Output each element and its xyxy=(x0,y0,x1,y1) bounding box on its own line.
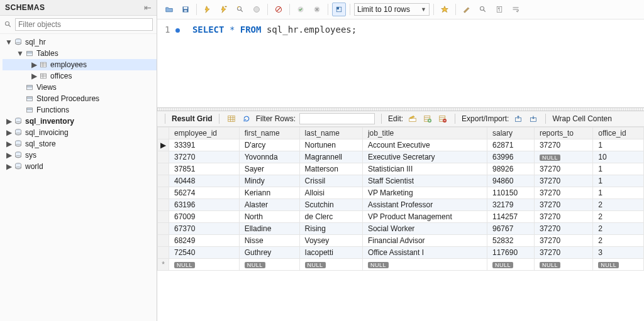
breakpoint-icon[interactable] xyxy=(175,28,180,33)
cell[interactable]: Elladine xyxy=(239,223,299,235)
tree-node-sql_hr-tables-employees[interactable]: ▶employees xyxy=(3,59,157,70)
cell[interactable]: Iacopetti xyxy=(299,247,362,259)
tree-node-sql_hr-fn[interactable]: Functions xyxy=(3,104,157,116)
results-grid[interactable]: employee_idfirst_namelast_namejob_titles… xyxy=(157,127,644,271)
cell[interactable]: 37270 xyxy=(534,175,592,187)
cell[interactable]: D'arcy xyxy=(239,139,299,151)
export-icon[interactable] xyxy=(513,113,524,124)
cell[interactable]: NULL xyxy=(534,259,592,271)
collapse-sidebar-icon[interactable]: ⇤ xyxy=(144,3,152,13)
cell[interactable]: 1 xyxy=(593,163,644,175)
cell[interactable]: 68249 xyxy=(169,235,240,247)
table-row[interactable]: 72540GuthreyIacopettiOffice Assistant I1… xyxy=(158,247,644,259)
cell[interactable]: 37270 xyxy=(534,163,592,175)
cell[interactable]: 63996 xyxy=(487,151,535,163)
cell[interactable]: 37270 xyxy=(534,223,592,235)
cell[interactable]: 37851 xyxy=(169,163,240,175)
row-marker[interactable] xyxy=(158,151,169,163)
col-employee_id[interactable]: employee_id xyxy=(169,128,240,139)
cell[interactable]: 1 xyxy=(593,187,644,199)
cell[interactable]: NULL xyxy=(239,259,299,271)
cell[interactable]: 96767 xyxy=(487,223,535,235)
execute-current-button[interactable] xyxy=(217,3,231,16)
cell[interactable]: 37270 xyxy=(534,187,592,199)
toggle-invisible-button[interactable]: ¶ xyxy=(492,3,506,16)
filter-rows-input[interactable] xyxy=(299,113,375,124)
cell[interactable]: 37270 xyxy=(169,151,240,163)
tree-node-world[interactable]: ▶world xyxy=(3,161,157,172)
cell[interactable]: NULL xyxy=(362,259,487,271)
table-row[interactable]: 67009Northde ClercVP Product Management1… xyxy=(158,211,644,223)
cell[interactable]: 2 xyxy=(593,199,644,211)
table-row[interactable]: 63196AlasterScutchinAssistant Professor3… xyxy=(158,199,644,211)
cell[interactable]: 1 xyxy=(593,175,644,187)
cell[interactable]: Guthrey xyxy=(239,247,299,259)
cell[interactable]: Alloisi xyxy=(299,187,362,199)
col-salary[interactable]: salary xyxy=(487,128,535,139)
cell[interactable]: 67009 xyxy=(169,211,240,223)
cell[interactable]: de Clerc xyxy=(299,211,362,223)
cell[interactable]: Mindy xyxy=(239,175,299,187)
tree-node-sql_hr-tables[interactable]: ▼Tables xyxy=(3,48,157,59)
tree-twisty-icon[interactable]: ▶ xyxy=(30,60,38,70)
cell[interactable]: NULL xyxy=(299,259,362,271)
row-marker[interactable] xyxy=(158,223,169,235)
stop-button[interactable] xyxy=(250,3,264,16)
tree-node-sql_invoicing[interactable]: ▶sql_invoicing xyxy=(3,127,157,138)
cell[interactable]: 40448 xyxy=(169,175,240,187)
edit-row-icon[interactable] xyxy=(407,113,418,124)
tree-twisty-icon[interactable]: ▶ xyxy=(5,116,13,126)
col-last_name[interactable]: last_name xyxy=(299,128,362,139)
cell[interactable]: Statistician III xyxy=(362,163,487,175)
table-row[interactable]: 68249NisseVoyseyFinancial Advisor5283237… xyxy=(158,235,644,247)
cell[interactable]: Account Executive xyxy=(362,139,487,151)
cell[interactable]: 33391 xyxy=(169,139,240,151)
find-button[interactable] xyxy=(476,3,490,16)
rollback-button[interactable] xyxy=(310,3,324,16)
table-row[interactable]: ▶33391D'arcyNortunenAccount Executive628… xyxy=(158,139,644,151)
import-icon[interactable] xyxy=(528,113,539,124)
row-limit-select[interactable]: Limit to 10 rows ▼ xyxy=(354,3,430,16)
cell[interactable]: Office Assistant I xyxy=(362,247,487,259)
cell[interactable]: Nisse xyxy=(239,235,299,247)
cell[interactable]: Voysey xyxy=(299,235,362,247)
col-office_id[interactable]: office_id xyxy=(593,128,644,139)
tree-node-sql_hr-views[interactable]: Views xyxy=(3,82,157,93)
row-marker[interactable]: ▶ xyxy=(158,139,169,151)
add-row-icon[interactable] xyxy=(422,113,433,124)
beautify-button[interactable] xyxy=(460,3,474,16)
col-first_name[interactable]: first_name xyxy=(239,128,299,139)
cell[interactable]: 37270 xyxy=(534,211,592,223)
cell[interactable]: 37270 xyxy=(534,139,592,151)
row-marker[interactable] xyxy=(158,247,169,259)
cell[interactable]: Sayer xyxy=(239,163,299,175)
tree-twisty-icon[interactable]: ▼ xyxy=(5,37,13,47)
cell[interactable]: Scutchin xyxy=(299,199,362,211)
cell[interactable]: Crissil xyxy=(299,175,362,187)
table-row[interactable]: 37851SayerMattersonStatistician III98926… xyxy=(158,163,644,175)
cell[interactable]: Keriann xyxy=(239,187,299,199)
row-marker[interactable]: * xyxy=(158,259,169,271)
col-job_title[interactable]: job_title xyxy=(362,128,487,139)
tree-twisty-icon[interactable]: ▶ xyxy=(5,150,13,160)
table-row[interactable]: 67370ElladineRisingSocial Worker96767372… xyxy=(158,223,644,235)
cell[interactable]: 98926 xyxy=(487,163,535,175)
cell[interactable]: 114257 xyxy=(487,211,535,223)
open-file-button[interactable] xyxy=(162,3,176,16)
tree-twisty-icon[interactable]: ▼ xyxy=(16,48,24,58)
cell[interactable]: Nortunen xyxy=(299,139,362,151)
row-marker[interactable] xyxy=(158,163,169,175)
row-marker[interactable] xyxy=(158,211,169,223)
cell[interactable]: 10 xyxy=(593,151,644,163)
cell[interactable]: 2 xyxy=(593,223,644,235)
cell[interactable]: Executive Secretary xyxy=(362,151,487,163)
cell[interactable]: 37270 xyxy=(534,235,592,247)
tree-node-sql_hr-sp[interactable]: Stored Procedures xyxy=(3,93,157,104)
cell[interactable]: 117690 xyxy=(487,247,535,259)
tree-node-sql_inventory[interactable]: ▶sql_inventory xyxy=(3,116,157,127)
cell[interactable]: 72540 xyxy=(169,247,240,259)
cell[interactable]: VP Product Management xyxy=(362,211,487,223)
tree-twisty-icon[interactable]: ▶ xyxy=(5,139,13,149)
cell[interactable]: 52832 xyxy=(487,235,535,247)
cell[interactable]: 56274 xyxy=(169,187,240,199)
